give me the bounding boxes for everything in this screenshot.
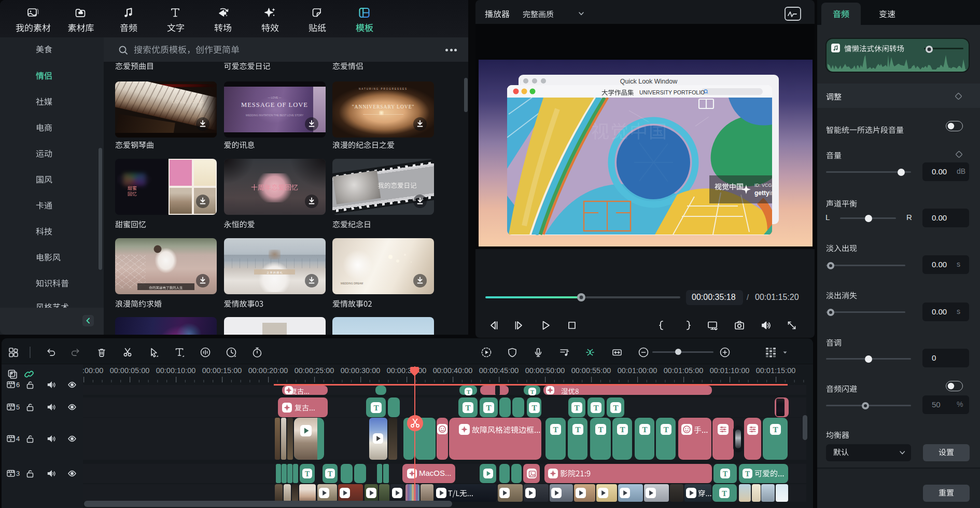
- svg-text:T: T: [722, 470, 727, 477]
- svg-text:T: T: [722, 489, 727, 498]
- svg-text:T: T: [663, 425, 668, 434]
- svg-text:T: T: [553, 425, 558, 434]
- svg-text:T: T: [465, 404, 470, 412]
- svg-text:T: T: [304, 470, 309, 477]
- svg-text:T: T: [745, 470, 749, 477]
- svg-text:T: T: [373, 404, 379, 412]
- svg-text:T: T: [530, 388, 534, 394]
- svg-text:T: T: [531, 404, 537, 412]
- svg-text:T: T: [620, 425, 625, 434]
- svg-text:T: T: [574, 404, 579, 412]
- svg-text:T: T: [613, 404, 618, 412]
- svg-text:T: T: [773, 425, 778, 434]
- svg-text:T: T: [642, 425, 647, 434]
- svg-text:T: T: [327, 470, 332, 477]
- svg-text:Quick Look Window: Quick Look Window: [620, 78, 678, 85]
- svg-text:T: T: [598, 425, 603, 434]
- svg-text:T: T: [593, 404, 598, 412]
- svg-text:T: T: [466, 388, 470, 394]
- svg-text:T: T: [575, 425, 580, 434]
- svg-text:T: T: [486, 404, 491, 412]
